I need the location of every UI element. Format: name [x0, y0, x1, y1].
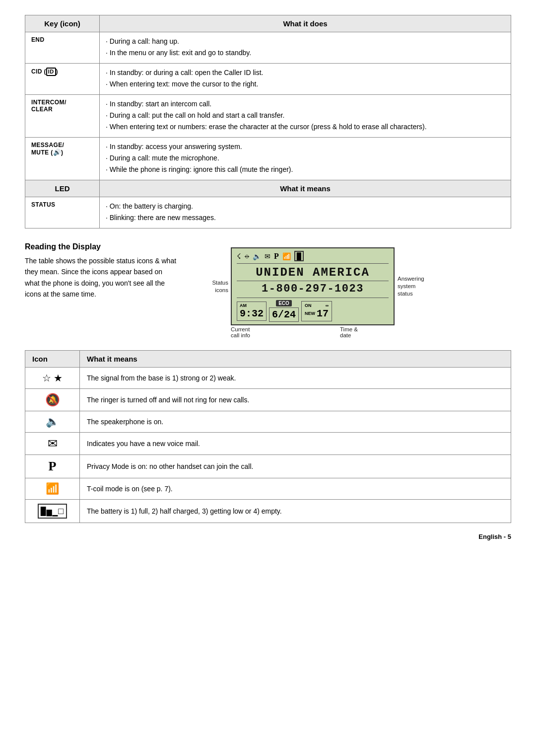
table-row: 📶 T-coil mode is on (see p. 7). — [25, 478, 511, 500]
speaker-desc: The speakerphone is on. — [80, 411, 511, 433]
icon-ringer-cell: 🔕 — [25, 389, 80, 411]
lcd-date-box: 6/24 — [269, 307, 299, 322]
table-row: STATUS On: the battery is charging. Blin… — [25, 197, 511, 228]
table-row: ☆ ★ The signal from the base is 1) stron… — [25, 368, 511, 389]
icon-signal: ☇ — [237, 252, 241, 261]
answering-label: Answeringsystemstatus — [398, 275, 437, 298]
icon-p-cell: P — [25, 455, 80, 478]
lcd-new-label: NEW — [305, 311, 315, 316]
lcd-time-box: AM 9:32 — [237, 302, 267, 321]
icon-speaker-cell: 🔈 — [25, 411, 80, 433]
key-cid: CID (ID) — [25, 64, 100, 95]
sub-labels: Currentcall info Time &date — [231, 326, 511, 338]
lcd-answering-box: ON ∞ NEW 17 — [301, 301, 332, 321]
table-row: P Privacy Mode is on: no other handset c… — [25, 455, 511, 478]
table-row: ✉ Indicates you have a new voice mail. — [25, 433, 511, 455]
led-header-row: LED What it means — [25, 180, 511, 197]
lcd-on-new-labels: ON ∞ — [305, 303, 329, 308]
tcoil-desc: T-coil mode is on (see p. 7). — [80, 478, 511, 500]
tcoil-icon: 📶 — [46, 482, 59, 495]
ringer-desc: The ringer is turned off and will not ri… — [80, 389, 511, 411]
reading-body: The table shows the possible status icon… — [25, 255, 179, 300]
led-col-header: LED — [25, 180, 100, 197]
icon-ringer-off: ○ — [245, 252, 249, 260]
table-row: END During a call: hang up. In the menu … — [25, 32, 511, 64]
key-status-desc: On: the battery is charging. Blinking: t… — [100, 197, 511, 228]
table-row: 🔈 The speakerphone is on. — [25, 411, 511, 433]
table-row: MESSAGE/MUTE (🔊) In standby: access your… — [25, 138, 511, 180]
lcd-am: AM — [240, 303, 247, 308]
table-row: 🔕 The ringer is turned off and will not … — [25, 389, 511, 411]
key-intercom: INTERCOM/CLEAR — [25, 95, 100, 138]
lcd-main-name: UNIDEN AMERICA — [237, 266, 389, 281]
key-intercom-desc: In standby: start an intercom call. Duri… — [100, 95, 511, 138]
middle-section: Reading the Display The table shows the … — [25, 242, 511, 338]
lcd-status-bar: ☇ ○ 🔈 ✉ P 📶 █ — [237, 251, 389, 264]
reading-text: Reading the Display The table shows the … — [25, 242, 179, 300]
icon-speaker: 🔈 — [253, 252, 261, 260]
p-icon: P — [49, 459, 57, 473]
lcd-on-label: ON — [305, 303, 312, 308]
icon-reference-table: Icon What it means ☆ ★ The signal from t… — [25, 350, 511, 523]
status-icons-label: Statusicons — [194, 279, 228, 294]
lcd-ans-bottom: NEW 17 — [305, 308, 329, 319]
means-col-header: What it means — [80, 351, 511, 368]
key-message-desc: In standby: access your answering system… — [100, 138, 511, 180]
table-row: █▅▁□ The battery is 1) full, 2) half cha… — [25, 500, 511, 523]
icon-col-header: Icon — [25, 351, 80, 368]
time-date-label: Time &date — [340, 326, 358, 338]
eco-group: ECO 6/24 — [269, 300, 299, 322]
lcd-cassette: ∞ — [326, 303, 329, 308]
envelope-icon: ✉ — [48, 437, 58, 450]
lcd-bottom-row: AM 9:32 ECO 6/24 ON — [237, 298, 389, 322]
lcd-screen: ☇ ○ 🔈 ✉ P 📶 █ UNIDEN AMERICA 1-800-297-1… — [231, 247, 395, 325]
icon-p: P — [274, 252, 279, 261]
key-end: END — [25, 32, 100, 64]
status-icons-row: Statusicons ☇ ○ 🔈 ✉ P 📶 █ UNIDEN AMERICA… — [194, 247, 511, 325]
eco-badge: ECO — [276, 300, 292, 306]
icon-envelope: ✉ — [265, 252, 270, 260]
icon-battery-cell: █▅▁□ — [25, 500, 80, 523]
speaker-icon: 🔈 — [46, 415, 59, 428]
icon-envelope-cell: ✉ — [25, 433, 80, 455]
icon-tcoil: 📶 — [282, 252, 291, 260]
col-header-key: Key (icon) — [25, 15, 100, 32]
key-end-desc: During a call: hang up. In the menu or a… — [100, 32, 511, 64]
key-cid-desc: In standby: or during a call: open the C… — [100, 64, 511, 95]
battery-icons: █▅▁□ — [38, 504, 67, 519]
p-desc: Privacy Mode is on: no other handset can… — [80, 455, 511, 478]
page-number: English - 5 — [478, 533, 511, 540]
key-status: STATUS — [25, 197, 100, 228]
signal-desc: The signal from the base is 1) strong or… — [80, 368, 511, 389]
signal-icon: ☆ ★ — [42, 373, 63, 383]
lcd-time: 9:32 — [240, 308, 264, 319]
icon-signal-cell: ☆ ★ — [25, 368, 80, 389]
reading-title: Reading the Display — [25, 242, 179, 251]
table-row: INTERCOM/CLEAR In standby: start an inte… — [25, 95, 511, 138]
display-area: Statusicons ☇ ○ 🔈 ✉ P 📶 █ UNIDEN AMERICA… — [194, 247, 511, 338]
icon-battery: █ — [294, 251, 304, 261]
icon-tcoil-cell: 📶 — [25, 478, 80, 500]
lcd-date: 6/24 — [272, 309, 296, 320]
led-means-header: What it means — [100, 180, 511, 197]
lcd-main-number: 1-800-297-1023 — [237, 283, 389, 295]
table-row: CID (ID) In standby: or during a call: o… — [25, 64, 511, 95]
battery-desc: The battery is 1) full, 2) half charged,… — [80, 500, 511, 523]
ringer-off-icon: 🔕 — [45, 393, 60, 406]
envelope-desc: Indicates you have a new voice mail. — [80, 433, 511, 455]
current-call-label: Currentcall info — [231, 326, 273, 338]
lcd-count: 17 — [317, 308, 329, 319]
key-reference-table: Key (icon) What it does END During a cal… — [25, 15, 511, 228]
page-footer: English - 5 — [25, 533, 511, 540]
col-header-does: What it does — [100, 15, 511, 32]
key-message: MESSAGE/MUTE (🔊) — [25, 138, 100, 180]
